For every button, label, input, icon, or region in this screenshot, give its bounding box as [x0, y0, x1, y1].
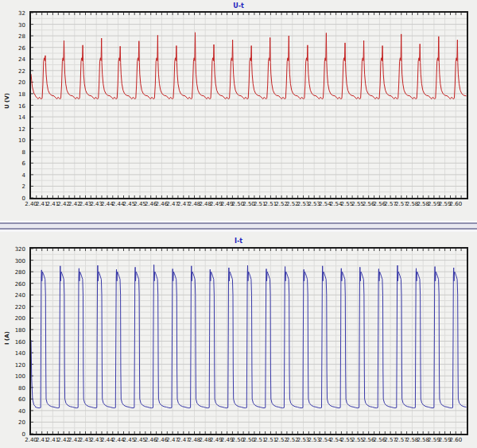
y-tick-label: 28 — [0, 33, 27, 40]
voltage-chart-panel: U-t U (V) 32302826242220181614121086420 … — [0, 0, 477, 221]
y-tick-label: 140 — [0, 350, 27, 357]
y-tick-label: 40 — [0, 408, 27, 415]
y-tick-label: 6 — [0, 160, 27, 167]
voltage-y-axis-labels: 32302826242220181614121086420 — [0, 13, 27, 198]
voltage-chart-title: U-t — [0, 2, 477, 10]
current-plot-area[interactable] — [29, 247, 468, 435]
voltage-waveform-chart — [31, 13, 467, 198]
y-tick-label: 180 — [0, 327, 27, 334]
y-tick-label: 20 — [0, 79, 27, 86]
y-tick-label: 120 — [0, 362, 27, 369]
current-chart-title: I-t — [0, 238, 477, 245]
y-tick-label: 4 — [0, 172, 27, 179]
y-tick-label: 12 — [0, 126, 27, 133]
y-tick-label: 320 — [0, 246, 27, 253]
current-chart-panel: I-t I (A) 320300280260240220200180160140… — [0, 232, 477, 448]
y-tick-label: 220 — [0, 304, 27, 311]
y-tick-label: 14 — [0, 114, 27, 121]
x-tick-label: 2.60 — [450, 201, 463, 207]
y-tick-label: 10 — [0, 137, 27, 144]
y-tick-label: 16 — [0, 103, 27, 110]
y-tick-label: 2 — [0, 183, 27, 190]
y-tick-label: 26 — [0, 45, 27, 52]
y-tick-label: 80 — [0, 385, 27, 392]
voltage-plot-area[interactable] — [29, 11, 468, 199]
panel-splitter[interactable] — [0, 221, 477, 232]
current-waveform-chart — [31, 249, 467, 434]
y-tick-label: 8 — [0, 149, 27, 156]
current-y-axis-labels: 3203002802602402202001801601401201008060… — [0, 249, 27, 434]
y-tick-label: 160 — [0, 339, 27, 346]
y-tick-label: 260 — [0, 281, 27, 288]
y-tick-label: 200 — [0, 315, 27, 322]
y-tick-label: 30 — [0, 22, 27, 29]
y-tick-label: 240 — [0, 292, 27, 299]
y-tick-label: 60 — [0, 396, 27, 403]
y-tick-label: 22 — [0, 68, 27, 75]
y-tick-label: 32 — [0, 10, 27, 17]
y-tick-label: 100 — [0, 373, 27, 380]
y-tick-label: 300 — [0, 258, 27, 265]
y-tick-label: 24 — [0, 56, 27, 63]
y-tick-label: 18 — [0, 91, 27, 98]
current-x-axis-labels: 2.402.412.412.422.422.432.432.442.442.45… — [0, 437, 477, 445]
voltage-x-axis-labels: 2.402.412.412.422.422.432.432.442.442.45… — [0, 201, 477, 209]
x-tick-label: 2.60 — [450, 437, 463, 443]
plotter-window: U-t U (V) 32302826242220181614121086420 … — [0, 0, 477, 448]
y-tick-label: 280 — [0, 269, 27, 276]
y-tick-label: 20 — [0, 419, 27, 426]
